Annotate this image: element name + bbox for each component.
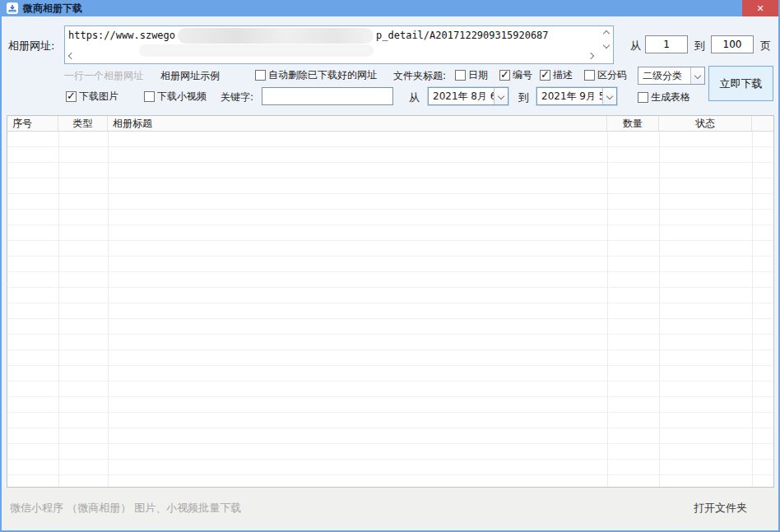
album-url-label: 相册网址: bbox=[8, 39, 54, 53]
column-header-status[interactable]: 状态 bbox=[659, 116, 752, 131]
column-divider bbox=[58, 132, 59, 487]
checkbox-date[interactable]: 日期 bbox=[455, 68, 488, 82]
folder-title-label: 文件夹标题: bbox=[393, 69, 446, 83]
checkbox-number[interactable]: 编号 bbox=[499, 68, 532, 82]
date-to-select[interactable]: 2021年 9月 5日 bbox=[536, 87, 617, 105]
keyword-label: 关键字: bbox=[221, 90, 253, 104]
column-divider bbox=[659, 132, 660, 487]
checkbox-distinguish-code[interactable]: 区分码 bbox=[584, 68, 627, 82]
album-url-textarea[interactable]: https://www.szwego p_detail/A20171229093… bbox=[64, 25, 614, 64]
page-to-input[interactable] bbox=[711, 35, 754, 53]
column-header-index[interactable]: 序号 bbox=[7, 116, 58, 131]
date-to-label: 到 bbox=[518, 90, 529, 105]
checkbox-box bbox=[66, 91, 77, 102]
scroll-up-icon[interactable] bbox=[603, 30, 610, 37]
chevron-down-icon bbox=[690, 67, 704, 84]
scroll-left-icon[interactable] bbox=[68, 53, 75, 59]
censored-blur-secondary bbox=[139, 44, 374, 57]
app-window: 微商相册下载 ✕ 相册网址: https://www.szwego p_deta… bbox=[0, 0, 780, 532]
date-from-select[interactable]: 2021年 8月 6日 bbox=[428, 87, 508, 105]
checkbox-box bbox=[499, 70, 510, 81]
control-panel: 相册网址: https://www.szwego p_detail/A20171… bbox=[2, 16, 778, 115]
album-table: 序号 类型 相册标题 数量 状态 bbox=[7, 115, 774, 488]
category-select[interactable]: 二级分类 bbox=[638, 67, 705, 85]
table-header: 序号 类型 相册标题 数量 状态 bbox=[7, 116, 773, 132]
checkbox-box bbox=[455, 70, 466, 81]
checkbox-box bbox=[144, 91, 155, 102]
checkbox-auto-delete[interactable]: 自动删除已下载好的网址 bbox=[255, 68, 377, 82]
checkbox-download-images[interactable]: 下载图片 bbox=[66, 90, 118, 104]
download-now-button[interactable]: 立即下载 bbox=[708, 66, 773, 101]
page-to-label: 到 bbox=[694, 39, 705, 53]
column-divider bbox=[108, 132, 109, 487]
url-prefix: https://www.szwego bbox=[68, 30, 175, 41]
status-info-text: 微信小程序 （微商相册） 图片、小视频批量下载 bbox=[10, 501, 241, 516]
table-body[interactable] bbox=[7, 132, 773, 487]
censored-blur bbox=[178, 28, 374, 44]
url-example-link[interactable]: 相册网址示例 bbox=[160, 69, 220, 83]
window-title: 微商相册下载 bbox=[23, 2, 82, 16]
column-divider bbox=[607, 132, 608, 487]
scroll-down-icon[interactable] bbox=[603, 42, 610, 49]
url-suffix: p_detail/A2017122909315920687 bbox=[376, 30, 549, 41]
checkbox-box bbox=[638, 92, 648, 103]
page-unit-label: 页 bbox=[760, 39, 771, 53]
chevron-down-icon bbox=[602, 88, 616, 104]
titlebar: 微商相册下载 ✕ bbox=[2, 0, 778, 16]
column-header-type[interactable]: 类型 bbox=[58, 116, 108, 131]
page-from-input[interactable] bbox=[645, 35, 688, 53]
checkbox-box bbox=[540, 70, 550, 81]
keyword-input[interactable] bbox=[262, 87, 393, 105]
statusbar: 微信小程序 （微商相册） 图片、小视频批量下载 打开文件夹 bbox=[2, 488, 778, 530]
checkbox-download-videos[interactable]: 下载小视频 bbox=[144, 90, 207, 104]
column-header-title[interactable]: 相册标题 bbox=[108, 116, 607, 131]
column-header-count[interactable]: 数量 bbox=[607, 116, 659, 131]
close-icon: ✕ bbox=[756, 3, 764, 14]
close-button[interactable]: ✕ bbox=[742, 0, 778, 16]
url-hint-text: 一行一个相册网址 bbox=[64, 69, 143, 83]
column-divider bbox=[752, 132, 753, 487]
column-header-spacer bbox=[752, 116, 773, 131]
scroll-right-icon[interactable] bbox=[587, 53, 594, 59]
checkbox-box bbox=[255, 70, 266, 81]
checkbox-description[interactable]: 描述 bbox=[540, 68, 573, 82]
open-folder-button[interactable]: 打开文件夹 bbox=[694, 501, 747, 516]
chevron-down-icon bbox=[494, 88, 508, 104]
date-from-label: 从 bbox=[409, 90, 420, 105]
checkbox-box bbox=[584, 70, 595, 81]
page-from-label: 从 bbox=[630, 39, 641, 53]
app-download-icon bbox=[7, 2, 18, 14]
checkbox-generate-table[interactable]: 生成表格 bbox=[638, 90, 690, 104]
album-url-value: https://www.szwego p_detail/A20171229093… bbox=[68, 28, 549, 43]
